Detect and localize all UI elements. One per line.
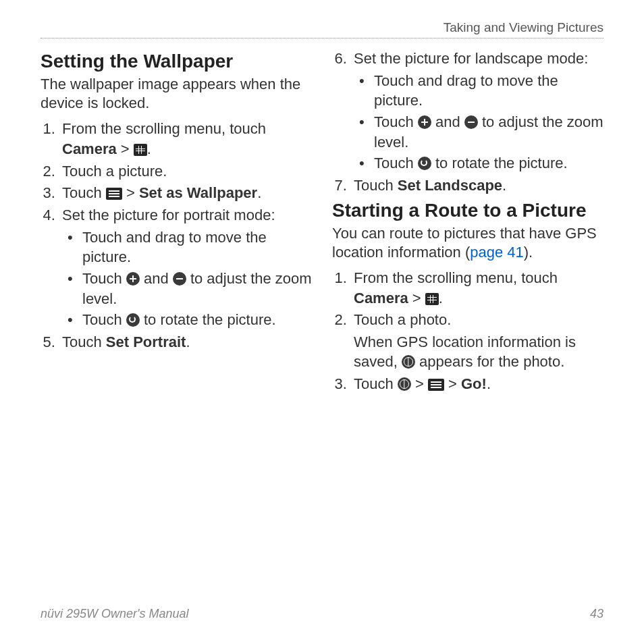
steps-wallpaper-cont: Set the picture for landscape mode: Touc… [332,49,603,196]
text: Touch [82,311,126,328]
text: From the scrolling menu, touch [354,269,558,286]
minus-icon [173,272,186,286]
section-heading-wallpaper: Setting the Wallpaper [41,51,312,72]
step-4: Set the picture for portrait mode: Touch… [59,205,312,330]
text: > [444,375,461,392]
text: Set the picture for landscape mode: [354,50,588,67]
page-footer: nüvi 295W Owner's Manual 43 [41,607,603,621]
step-3: Touch > Set as Wallpaper. [59,183,312,203]
bold-set-landscape: Set Landscape [398,177,502,194]
text: > [117,140,134,157]
text: to rotate the picture. [431,155,568,171]
step-6: Set the picture for landscape mode: Touc… [351,49,603,173]
step-1: From the scrolling menu, touch Camera > … [59,119,312,159]
two-column-layout: Setting the Wallpaper The wallpaper imag… [41,47,603,396]
globe-icon [398,377,411,391]
text: Touch [374,113,418,130]
section-heading-route: Starting a Route to a Picture [332,200,603,221]
plus-icon [126,272,140,286]
substep: Touch to rotate the picture. [80,310,312,330]
text: From the scrolling menu, touch [62,120,266,137]
minus-icon [464,115,478,129]
section-intro-route: You can route to pictures that have GPS … [332,224,603,261]
page-number: 43 [590,607,603,621]
text: Set the picture for portrait mode: [62,207,275,223]
step-2: Touch a photo. [351,310,603,330]
text: Touch [354,177,398,194]
text: and [140,270,173,287]
step-7: Touch Set Landscape. [351,176,603,196]
plus-icon [418,115,431,129]
right-column: Set the picture for landscape mode: Touc… [332,47,603,396]
steps-route-cont: Touch > > Go!. [332,374,603,394]
text: Touch [62,184,106,201]
substep: Touch to rotate the picture. [371,153,603,173]
text: and [431,113,464,130]
text: Touch [82,270,126,287]
text: to rotate the picture. [140,311,276,328]
text: . [257,184,261,201]
text: ). [524,244,533,261]
menu-icon [428,379,444,391]
rotate-icon [418,157,431,170]
text: appears for the photo. [415,353,564,370]
text: > [122,184,139,201]
text: You can route to pictures that have GPS … [332,225,597,261]
globe-icon [402,355,415,369]
header-rule [41,38,603,38]
menu-icon [106,188,122,200]
page-link[interactable]: page 41 [470,244,524,261]
manual-page: Taking and Viewing Pictures Setting the … [0,0,644,644]
step-5: Touch Set Portrait. [59,332,312,352]
rotate-icon [126,313,140,327]
text: . [487,375,491,392]
text: . [186,333,190,350]
steps-route: From the scrolling menu, touch Camera > … [332,268,603,330]
substep: Touch and drag to move the picture. [371,71,603,111]
bold-camera: Camera [62,140,117,157]
step-3: Touch > > Go!. [351,374,603,394]
gps-note: When GPS location information is saved, … [354,333,603,371]
substep: Touch and drag to move the picture. [80,227,312,267]
manual-title: nüvi 295W Owner's Manual [41,607,189,621]
text: > [411,375,428,392]
left-column: Setting the Wallpaper The wallpaper imag… [41,47,312,396]
gallery-icon [425,293,439,305]
text: Touch [374,155,418,171]
bold-go: Go! [461,375,487,392]
bold-set-wallpaper: Set as Wallpaper [139,184,257,201]
section-intro-wallpaper: The wallpaper image appears when the dev… [41,75,312,112]
running-header: Taking and Viewing Pictures [41,20,603,38]
text: . [439,290,443,306]
text: . [502,177,506,194]
substep: Touch and to adjust the zoom level. [371,112,603,152]
text: > [408,290,425,306]
substep: Touch and to adjust the zoom level. [80,269,312,308]
text: Touch [354,375,398,392]
bold-camera: Camera [354,290,408,306]
substeps-portrait: Touch and drag to move the picture. Touc… [62,227,312,330]
text: Touch [62,333,106,350]
substeps-landscape: Touch and drag to move the picture. Touc… [354,71,603,173]
steps-wallpaper: From the scrolling menu, touch Camera > … [41,119,312,352]
step-2: Touch a picture. [59,161,312,182]
bold-set-portrait: Set Portrait [106,333,186,350]
gallery-icon [134,144,147,156]
text: . [147,140,151,157]
step-1: From the scrolling menu, touch Camera > … [351,268,603,308]
